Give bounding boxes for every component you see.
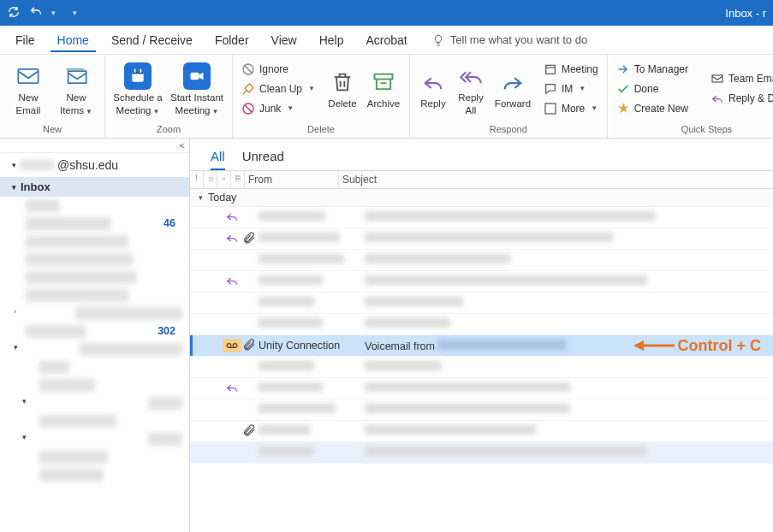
icon-col: ▫ <box>217 171 231 188</box>
mail-row[interactable] <box>190 207 773 228</box>
ribbon-group-delete: Ignore Clean Up▼ Junk▼ Delete <box>233 55 410 138</box>
reply-icon <box>419 68 447 96</box>
mail-row-voicemail[interactable]: Unity Connection Voicemail from Control … <box>190 335 773 357</box>
attach-col-icon: ⎘ <box>231 171 245 188</box>
qs-create-new[interactable]: Create New <box>613 100 692 117</box>
qs-reply-delete[interactable]: Reply & Delete <box>707 90 773 107</box>
mail-from: Unity Connection <box>259 340 340 352</box>
collapse-nav-icon[interactable]: < <box>175 139 190 152</box>
nav-item[interactable]: xxxxxxx <box>0 448 189 466</box>
tell-me-search[interactable]: Tell me what you want to do <box>431 33 587 47</box>
redacted-text: xxxxxxxxxx <box>75 307 182 320</box>
main-area: < ▾ xxxx@shsu.edu ▾ Inbox xxxx xxxxxxxx4… <box>0 139 773 532</box>
nav-item-expandable[interactable]: ▾xxxx <box>0 430 189 448</box>
forward-button[interactable]: Forward <box>491 67 535 109</box>
account-header[interactable]: ▾ xxxx@shsu.edu <box>0 153 189 177</box>
nav-item[interactable]: xxxxxx302 <box>0 322 189 340</box>
nav-item[interactable]: xxxxxxxx46 <box>0 215 189 233</box>
reply-all-button[interactable]: Reply All <box>453 61 489 116</box>
group-label-zoom: Zoom <box>105 122 232 138</box>
group-label-new: New <box>0 122 104 138</box>
from-col-header[interactable]: From <box>245 171 339 188</box>
mail-row[interactable] <box>190 271 773 293</box>
svg-rect-5 <box>140 69 142 73</box>
mail-row[interactable] <box>190 378 773 399</box>
importance-col-icon: ! <box>190 171 204 188</box>
new-email-button[interactable]: New Email <box>5 61 51 116</box>
meeting-button[interactable]: Meeting <box>540 61 602 78</box>
tab-folder[interactable]: Folder <box>208 28 256 52</box>
mail-row[interactable] <box>190 250 773 271</box>
qs-team-email[interactable]: Team Email <box>707 70 773 87</box>
chevron-down-icon: ▼ <box>86 108 92 115</box>
mail-row[interactable] <box>190 314 773 335</box>
ribbon-group-quicksteps: To Manager Done Create New Team Email <box>608 55 773 138</box>
ignore-button[interactable]: Ignore <box>238 61 318 78</box>
nav-item[interactable]: xxxxxxxxx <box>0 233 189 251</box>
tab-file[interactable]: File <box>9 28 42 52</box>
undo-icon[interactable] <box>29 5 43 21</box>
qs-done[interactable]: Done <box>613 80 692 98</box>
nav-item[interactable]: xxxxxxxxx <box>0 287 189 304</box>
chevron-down-icon: ▼ <box>579 85 586 92</box>
more-respond-button[interactable]: More▼ <box>540 100 602 117</box>
qat-chevron-icon[interactable]: ▾ <box>51 9 56 17</box>
svg-rect-6 <box>191 73 199 80</box>
chevron-down-icon: ▼ <box>287 104 294 112</box>
group-label-quicksteps: Quick Steps <box>608 122 773 138</box>
column-header[interactable]: ! ☼ ▫ ⎘ From Subject <box>190 170 773 189</box>
mail-list-pane: All Unread ! ☼ ▫ ⎘ From Subject ▾ Today <box>190 139 773 532</box>
im-button[interactable]: IM▼ <box>540 80 602 98</box>
start-instant-meeting-button[interactable]: Start Instant Meeting▼ <box>167 61 227 116</box>
sync-icon[interactable] <box>7 5 21 21</box>
nav-item[interactable]: xxxxxxxxxx <box>0 251 189 269</box>
nav-item-expandable[interactable]: ▾xxxx <box>0 394 189 412</box>
redacted-text: xxxxxx <box>26 325 86 338</box>
qat-customize-icon[interactable]: ▾ <box>73 9 77 17</box>
nav-item[interactable]: xxxxxx <box>0 466 189 484</box>
group-header-today[interactable]: ▾ Today <box>190 189 773 207</box>
redacted-text: xxxx <box>26 199 60 212</box>
cleanup-button[interactable]: Clean Up▼ <box>238 80 318 98</box>
chevron-down-icon: ▾ <box>22 433 31 446</box>
archive-button[interactable]: Archive <box>363 67 404 109</box>
nav-item-expandable[interactable]: ▾xxxxxxxxx <box>0 340 189 358</box>
nav-folder-inbox[interactable]: ▾ Inbox <box>0 177 189 197</box>
svg-rect-9 <box>374 74 392 80</box>
redacted-text: xxxx <box>148 433 182 446</box>
tab-send-receive[interactable]: Send / Receive <box>104 28 199 52</box>
mail-row[interactable] <box>190 293 773 314</box>
mail-row[interactable] <box>190 357 773 378</box>
svg-rect-1 <box>68 71 86 83</box>
subject-col-header[interactable]: Subject <box>339 171 773 188</box>
nav-item[interactable]: xxxx <box>0 197 189 215</box>
group-label-delete: Delete <box>233 122 409 138</box>
schedule-meeting-button[interactable]: Schedule a Meeting▼ <box>110 61 165 116</box>
junk-button[interactable]: Junk▼ <box>238 100 318 117</box>
new-items-button[interactable]: New Items▼ <box>53 61 99 116</box>
mail-row[interactable] <box>190 421 773 442</box>
delete-button[interactable]: Delete <box>324 67 361 109</box>
tab-help[interactable]: Help <box>312 28 351 52</box>
mail-row[interactable] <box>190 399 773 421</box>
video-camera-icon <box>183 62 211 90</box>
nav-item[interactable]: xxxxxxx <box>0 412 189 430</box>
tab-view[interactable]: View <box>265 28 304 52</box>
nav-item-expandable[interactable]: ›xxxxxxxxxx <box>0 304 189 322</box>
forward-icon <box>499 68 526 96</box>
filter-tab-all[interactable]: All <box>211 149 225 170</box>
tab-acrobat[interactable]: Acrobat <box>359 28 413 52</box>
redacted-text: xxxxxxxxx <box>80 343 182 356</box>
mail-row[interactable] <box>190 442 773 464</box>
qs-to-manager[interactable]: To Manager <box>613 61 692 78</box>
nav-item[interactable]: xxx <box>0 358 189 376</box>
redacted-text: xxxxxxxxx <box>26 289 128 302</box>
filter-tab-unread[interactable]: Unread <box>242 149 284 170</box>
tab-home[interactable]: Home <box>51 28 96 52</box>
reply-button[interactable]: Reply <box>415 67 451 109</box>
nav-item[interactable]: xxxxxxxxxx <box>0 269 189 287</box>
mail-row[interactable] <box>190 228 773 250</box>
folder-nav: < ▾ xxxx@shsu.edu ▾ Inbox xxxx xxxxxxxx4… <box>0 139 190 532</box>
nav-item[interactable]: xxxxx <box>0 376 189 394</box>
redacted-text: xxx <box>39 361 69 374</box>
